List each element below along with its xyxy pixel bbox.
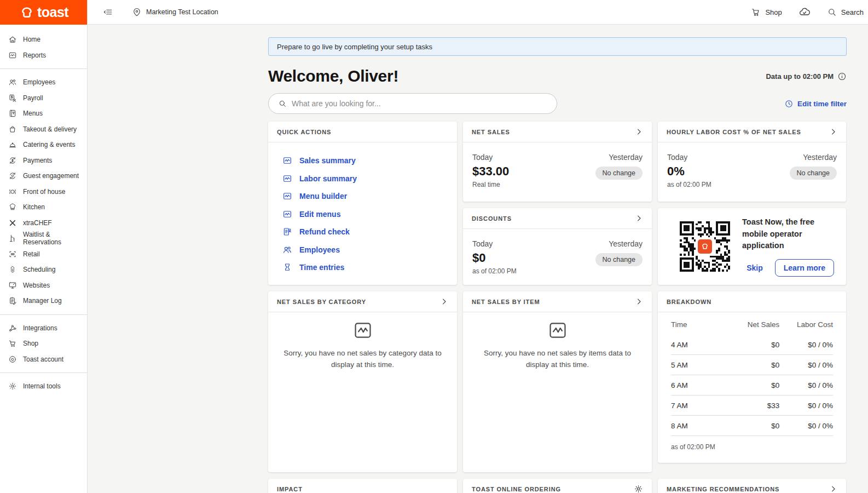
sidebar-nav: Home Reports Employees Payroll Menus Tak… [0, 25, 87, 394]
sidebar-item-reports[interactable]: Reports [0, 48, 87, 64]
no-change-badge: No change [595, 167, 643, 180]
table-row: 5 AM $0 $0 / 0% [671, 355, 833, 375]
quick-action-time-entries[interactable]: Time entries [282, 262, 443, 272]
impact-card: IMPACT [268, 479, 457, 493]
collapse-sidebar-button[interactable] [103, 7, 113, 17]
chevron-right-icon[interactable] [635, 214, 643, 222]
brand-name: toast [37, 4, 68, 20]
sidebar-item-label: Retail [23, 250, 40, 258]
sidebar-item-label: Manager Log [23, 297, 62, 305]
sidebar-item-retail[interactable]: Retail [0, 246, 87, 262]
search-input[interactable] [292, 99, 547, 108]
no-change-badge: No change [790, 167, 837, 180]
gear-icon [8, 382, 17, 391]
toast-online-ordering-card: TOAST ONLINE ORDERING [463, 479, 652, 493]
sidebar-item-catering-events[interactable]: Catering & events [0, 137, 87, 153]
card-header: TOAST ONLINE ORDERING [463, 479, 652, 493]
card-header: NET SALES BY ITEM [463, 291, 652, 312]
card-header: DISCOUNTS [463, 208, 652, 229]
manager-log-icon [8, 296, 17, 305]
today-label: Today [472, 239, 517, 248]
sidebar-divider [0, 314, 87, 315]
sidebar-item-shop[interactable]: Shop [0, 336, 87, 352]
chevron-right-icon[interactable] [829, 485, 837, 493]
breakdown-card: BREAKDOWN Time Net Sales Labor Cost [658, 291, 846, 463]
reports-chart-icon [8, 51, 17, 60]
location-pin-icon [132, 7, 142, 17]
sidebar-item-front-of-house[interactable]: Front of house [0, 184, 87, 200]
empty-state-text: Sorry, you have no net sales by category… [278, 348, 448, 371]
quick-action-sales-summary[interactable]: Sales summary [282, 156, 443, 165]
qr-code [680, 221, 730, 272]
net-sales-by-item-card: NET SALES BY ITEM Sorry, you have no net… [463, 291, 652, 472]
sidebar-item-payments[interactable]: Payments [0, 153, 87, 169]
cart-icon [8, 339, 17, 348]
toast-logo[interactable]: toast [0, 0, 87, 25]
info-icon[interactable] [837, 72, 847, 81]
skip-button[interactable]: Skip [747, 263, 763, 272]
sidebar-item-home[interactable]: Home [0, 32, 87, 48]
sidebar-item-label: Employees [23, 78, 55, 86]
sidebar-item-guest-engagement[interactable]: Guest engagement [0, 168, 87, 184]
sidebar-item-toast-account[interactable]: Toast account [0, 352, 87, 368]
net-sales-value: $33.00 [472, 164, 509, 179]
cloud-check-icon [798, 6, 811, 18]
kitchen-chef-hat-icon [8, 203, 17, 211]
sidebar-divider [0, 68, 87, 69]
sidebar-item-label: Internal tools [23, 382, 61, 390]
sidebar-item-websites[interactable]: Websites [0, 278, 87, 294]
toast-now-promo-card: Toast Now, the free mobile operator appl… [658, 208, 846, 285]
no-change-badge: No change [595, 253, 643, 266]
sidebar-item-label: Menus [23, 110, 43, 117]
sidebar-item-takeout-delivery[interactable]: Takeout & delivery [0, 122, 87, 137]
page-title: Welcome, Oliver! [268, 67, 398, 85]
quick-action-refund-check[interactable]: Refund check [282, 227, 443, 237]
chevron-right-icon[interactable] [440, 297, 448, 306]
card-title: NET SALES BY CATEGORY [277, 299, 366, 305]
quick-action-employees[interactable]: Employees [282, 245, 443, 255]
sidebar-item-integrations[interactable]: Integrations [0, 320, 87, 336]
sidebar-item-kitchen[interactable]: Kitchen [0, 199, 87, 215]
location-selector[interactable]: Marketing Test Location [146, 8, 218, 16]
collapse-menu-icon [103, 7, 113, 17]
chevron-right-icon[interactable] [635, 128, 643, 136]
gear-icon[interactable] [634, 484, 643, 493]
setup-tasks-banner[interactable]: Prepare to go live by completing your se… [268, 37, 847, 56]
payroll-icon [8, 94, 17, 102]
col-time: Time [671, 312, 726, 335]
sidebar-item-scheduling[interactable]: Scheduling [0, 262, 87, 278]
shop-button[interactable]: Shop [751, 7, 782, 17]
table-row: 7 AM $33 $0 / 0% [671, 395, 833, 416]
sidebar-item-label: Home [23, 36, 40, 43]
breakdown-as-of: as of 02:00 PM [671, 436, 833, 451]
scheduling-icon [8, 265, 17, 274]
sidebar-item-employees[interactable]: Employees [0, 74, 87, 90]
search-button[interactable]: Search [827, 7, 864, 17]
sidebar-item-waitlist-reservations[interactable]: Waitlist & Reservations [0, 231, 87, 246]
sidebar-item-label: Toast account [23, 356, 63, 363]
sidebar-item-xtrachef[interactable]: xtraCHEF [0, 215, 87, 231]
cart-icon [751, 7, 761, 17]
sidebar-item-payroll[interactable]: Payroll [0, 90, 87, 106]
sync-status-button[interactable] [798, 6, 811, 18]
refund-check-icon [282, 227, 292, 237]
edit-time-filter-button[interactable]: Edit time filter [784, 99, 847, 108]
shop-label: Shop [765, 8, 782, 16]
dashboard-search [268, 93, 557, 114]
marketing-recommendations-card: MARKETING RECOMMENDATIONS [658, 479, 846, 493]
quick-action-edit-menus[interactable]: Edit menus [282, 209, 443, 219]
sidebar-item-internal-tools[interactable]: Internal tools [0, 379, 87, 394]
quick-action-menu-builder[interactable]: Menu builder [282, 191, 443, 201]
card-header: NET SALES BY CATEGORY [268, 291, 457, 312]
learn-more-button[interactable]: Learn more [775, 259, 834, 277]
quick-action-labor-summary[interactable]: Labor summary [282, 174, 443, 184]
sidebar-item-manager-log[interactable]: Manager Log [0, 293, 87, 309]
card-title: NET SALES BY ITEM [472, 299, 540, 305]
chevron-right-icon[interactable] [635, 297, 643, 306]
front-of-house-icon [8, 187, 17, 196]
card-header: IMPACT [268, 479, 457, 493]
sidebar-item-menus[interactable]: Menus [0, 106, 87, 122]
retail-barcode-icon [8, 250, 17, 259]
topbar: Marketing Test Location Shop Search [88, 0, 868, 25]
chevron-right-icon[interactable] [829, 128, 837, 136]
